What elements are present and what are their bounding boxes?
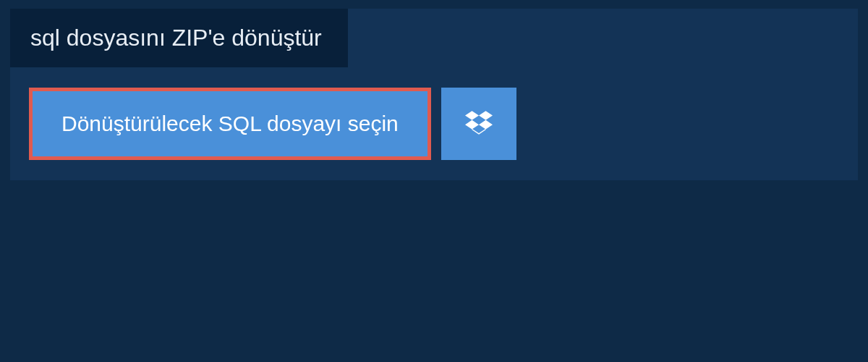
select-file-label: Dönüştürülecek SQL dosyayı seçin (61, 111, 399, 136)
upload-row: Dönüştürülecek SQL dosyayı seçin (10, 67, 858, 180)
dropbox-icon (465, 109, 493, 139)
page-title: sql dosyasını ZIP'e dönüştür (10, 9, 348, 67)
converter-card: sql dosyasını ZIP'e dönüştür Dönüştürüle… (10, 9, 858, 180)
dropbox-button[interactable] (441, 88, 516, 160)
select-file-button[interactable]: Dönüştürülecek SQL dosyayı seçin (29, 88, 431, 160)
